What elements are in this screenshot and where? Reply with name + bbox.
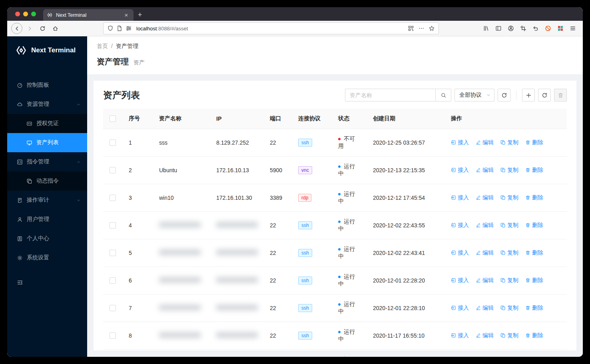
scan-icon[interactable] xyxy=(408,25,414,32)
delete-button[interactable] xyxy=(554,89,567,101)
row-actions: 接入编辑复制删除 xyxy=(444,350,567,357)
api-icon xyxy=(451,167,456,173)
row-checkbox[interactable] xyxy=(110,305,116,311)
browser-tab[interactable]: Next Terminal × xyxy=(43,9,134,21)
sync-button[interactable] xyxy=(498,89,510,101)
url-bar[interactable]: localhost:8088/#/asset xyxy=(103,22,439,34)
minimize-window-button[interactable] xyxy=(23,12,28,16)
action-access[interactable]: 接入 xyxy=(451,332,469,339)
action-copy[interactable]: 复制 xyxy=(500,277,518,284)
action-edit[interactable]: 编辑 xyxy=(476,332,494,339)
action-access[interactable]: 接入 xyxy=(451,277,469,284)
select-all-checkbox[interactable] xyxy=(110,115,116,122)
sidebar-item-8[interactable]: 个人中心 xyxy=(7,229,87,248)
row-checkbox[interactable] xyxy=(110,250,116,256)
action-access[interactable]: 接入 xyxy=(451,194,469,201)
action-access[interactable]: 接入 xyxy=(451,167,469,174)
sidebar-item-7[interactable]: 用户管理 xyxy=(7,210,87,229)
card-title: 资产列表 xyxy=(103,89,140,101)
forward-icon[interactable] xyxy=(24,23,35,34)
action-access[interactable]: 接入 xyxy=(451,222,469,229)
page-actions-icon[interactable] xyxy=(418,25,425,32)
sidebar-item-9[interactable]: 系统设置 xyxy=(7,248,87,267)
protocol-tag: ssh xyxy=(298,276,312,284)
action-delete[interactable]: 删除 xyxy=(525,194,543,201)
action-copy[interactable]: 复制 xyxy=(500,249,518,257)
action-delete[interactable]: 删除 xyxy=(525,277,543,284)
row-checkbox[interactable] xyxy=(110,222,116,229)
account-icon[interactable] xyxy=(504,23,517,34)
action-delete[interactable]: 删除 xyxy=(525,249,543,257)
sidebar-item-2[interactable]: 授权凭证 xyxy=(7,114,87,133)
library-icon[interactable] xyxy=(480,23,492,34)
breadcrumb-item-0[interactable]: 首页 xyxy=(97,43,108,50)
redacted-asset-ip xyxy=(216,249,258,255)
menu-fold-icon[interactable] xyxy=(7,274,87,290)
page-icon[interactable] xyxy=(116,25,123,32)
new-tab-button[interactable]: + xyxy=(134,9,146,21)
row-checkbox[interactable] xyxy=(110,277,116,284)
row-checkbox[interactable] xyxy=(110,139,116,146)
action-edit[interactable]: 编辑 xyxy=(476,194,494,201)
add-button[interactable] xyxy=(522,89,535,101)
row-checkbox[interactable] xyxy=(110,167,116,173)
action-edit[interactable]: 编辑 xyxy=(476,167,494,174)
star-icon[interactable] xyxy=(429,25,435,32)
refresh-button[interactable] xyxy=(538,89,551,101)
action-edit[interactable]: 编辑 xyxy=(476,304,494,312)
action-delete[interactable]: 删除 xyxy=(525,304,543,312)
asset-ip: 172.16.10.13 xyxy=(216,167,249,173)
status-dot xyxy=(338,138,341,140)
action-delete[interactable]: 删除 xyxy=(525,167,543,174)
app-logo[interactable]: Next Terminal xyxy=(7,36,87,64)
action-edit[interactable]: 编辑 xyxy=(476,249,494,257)
action-edit[interactable]: 编辑 xyxy=(476,277,494,284)
action-copy[interactable]: 复制 xyxy=(500,304,518,312)
action-copy[interactable]: 复制 xyxy=(500,194,518,201)
sidebar-item-1[interactable]: 资源管理 xyxy=(7,95,87,114)
sidebar-item-0[interactable]: 控制面板 xyxy=(7,76,87,95)
home-icon[interactable] xyxy=(50,23,61,34)
shield-icon[interactable] xyxy=(107,25,114,32)
menu-icon[interactable] xyxy=(566,23,579,34)
search-input[interactable] xyxy=(345,89,435,101)
close-window-button[interactable] xyxy=(15,12,20,16)
back-icon[interactable] xyxy=(11,23,22,34)
action-delete[interactable]: 删除 xyxy=(525,139,543,146)
row-checkbox[interactable] xyxy=(110,332,116,339)
breadcrumb: 首页/资产管理 xyxy=(97,43,573,50)
asset-table: 序号资产名称IP端口连接协议状态创建日期操作 1sss8.129.27.2522… xyxy=(103,109,567,357)
zoom-window-button[interactable] xyxy=(31,12,36,16)
action-edit[interactable]: 编辑 xyxy=(476,139,494,146)
action-edit[interactable]: 编辑 xyxy=(476,222,494,229)
tab-close-icon[interactable]: × xyxy=(123,12,130,19)
protocol-select[interactable]: 全部协议 xyxy=(454,89,494,101)
asset-port: 22 xyxy=(263,350,292,357)
toolbar-divider xyxy=(516,91,516,99)
action-copy[interactable]: 复制 xyxy=(500,167,518,174)
sidebar-item-6[interactable]: 操作审计 xyxy=(7,191,87,210)
action-delete[interactable]: 删除 xyxy=(525,222,543,229)
action-copy[interactable]: 复制 xyxy=(500,139,518,146)
action-delete[interactable]: 删除 xyxy=(525,332,543,339)
action-access[interactable]: 接入 xyxy=(451,249,469,257)
crop-icon[interactable] xyxy=(517,23,529,34)
action-access[interactable]: 接入 xyxy=(451,139,469,146)
search-button[interactable] xyxy=(435,89,451,101)
sidebar-item-4[interactable]: 指令管理 xyxy=(7,152,87,171)
sidebar-toggle-icon[interactable] xyxy=(492,23,504,34)
action-access[interactable]: 接入 xyxy=(451,304,469,312)
reload-icon[interactable] xyxy=(37,23,48,34)
column-header-6: 创建日期 xyxy=(367,109,444,129)
ban-icon[interactable] xyxy=(542,23,554,34)
extension-icon[interactable] xyxy=(554,23,566,34)
cloud-icon xyxy=(17,101,23,107)
action-copy[interactable]: 复制 xyxy=(500,332,518,339)
sliders-icon[interactable] xyxy=(126,25,132,32)
row-checkbox[interactable] xyxy=(110,195,116,201)
sidebar-item-5[interactable]: 动态指令 xyxy=(7,171,87,191)
sidebar-item-3[interactable]: 资产列表 xyxy=(7,133,87,152)
url-text: localhost:8088/#/asset xyxy=(136,26,188,32)
action-copy[interactable]: 复制 xyxy=(500,222,518,229)
undo-icon[interactable] xyxy=(529,23,542,34)
